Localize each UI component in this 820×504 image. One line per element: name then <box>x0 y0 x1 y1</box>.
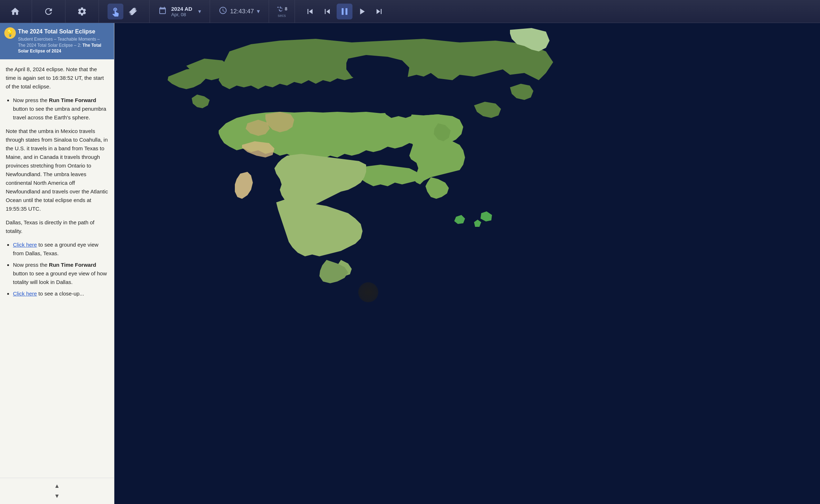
date-year: 2024 AD <box>171 6 192 12</box>
world-map-svg <box>114 23 820 504</box>
play-forward-button[interactable] <box>354 4 370 19</box>
main-container: 💡 The 2024 Total Solar Eclipse Student E… <box>0 23 820 504</box>
map-container[interactable] <box>114 23 820 504</box>
closeup-link[interactable]: Click here <box>13 290 37 297</box>
skip-forward-button[interactable] <box>371 4 387 19</box>
sidebar-content: the April 8, 2024 eclipse. Note that the… <box>0 59 114 478</box>
speed-section[interactable]: 8 secs <box>269 0 295 23</box>
toolbar: 2024 AD Apr, 08 ▾ 12:43:47 ▾ 8 secs <box>0 0 820 23</box>
sidebar-breadcrumb: Student Exercises – Teachable Moments – … <box>18 36 108 54</box>
toolbar-interact-section <box>99 0 150 23</box>
date-dropdown-arrow[interactable]: ▾ <box>198 8 201 15</box>
lightbulb-icon: 💡 <box>4 27 16 39</box>
sidebar: 💡 The 2024 Total Solar Eclipse Student E… <box>0 23 114 504</box>
time-dropdown-arrow[interactable]: ▾ <box>257 8 260 15</box>
pause-button[interactable] <box>337 4 352 19</box>
interact-button[interactable] <box>108 4 123 19</box>
sidebar-header: 💡 The 2024 Total Solar Eclipse Student E… <box>0 23 114 59</box>
content-paragraph-3: Dallas, Texas is directly in the path of… <box>6 218 108 235</box>
skip-back-button[interactable] <box>302 4 318 19</box>
svg-rect-0 <box>114 23 820 504</box>
content-paragraph-1: the April 8, 2024 eclipse. Note that the… <box>6 65 108 91</box>
time-section: 12:43:47 ▾ <box>210 0 269 23</box>
content-list-item-3: Now press the Run Time Forward button to… <box>13 261 108 287</box>
sidebar-nav-arrows: ▲ ▼ <box>0 478 114 504</box>
playback-controls <box>295 0 394 23</box>
settings-button[interactable] <box>74 4 90 19</box>
calendar-icon <box>158 6 167 17</box>
clock-icon <box>219 6 227 17</box>
dallas-ground-view-link[interactable]: Click here <box>13 242 37 248</box>
content-list-item-1: Now press the Run Time Forward button to… <box>13 96 108 122</box>
sidebar-title: The 2024 Total Solar Eclipse <box>18 28 108 36</box>
toolbar-home-section <box>7 0 32 23</box>
toolbar-reload-section <box>32 0 65 23</box>
reload-button[interactable] <box>41 4 56 19</box>
content-paragraph-2: Note that the umbra in Mexico travels th… <box>6 127 108 213</box>
date-section: 2024 AD Apr, 08 ▾ <box>150 0 210 23</box>
content-list-item-4: Click here to see a close-up... <box>13 289 108 298</box>
content-list-item-2: Click here to see a ground eye view from… <box>13 240 108 258</box>
speed-value: 8 <box>285 6 287 12</box>
step-back-button[interactable] <box>319 4 335 19</box>
date-display[interactable]: 2024 AD Apr, 08 <box>171 6 192 17</box>
speed-unit: secs <box>278 13 286 18</box>
toolbar-settings-section <box>65 0 99 23</box>
time-display: 12:43:47 <box>230 8 254 15</box>
nav-down-arrow[interactable]: ▼ <box>51 491 64 501</box>
nav-up-arrow[interactable]: ▲ <box>51 481 64 491</box>
content-list-1: Now press the Run Time Forward button to… <box>6 96 108 122</box>
date-day: Apr, 08 <box>171 12 192 17</box>
ruler-button[interactable] <box>125 4 141 19</box>
content-list-2: Click here to see a ground eye view from… <box>6 240 108 298</box>
home-button[interactable] <box>7 4 23 19</box>
